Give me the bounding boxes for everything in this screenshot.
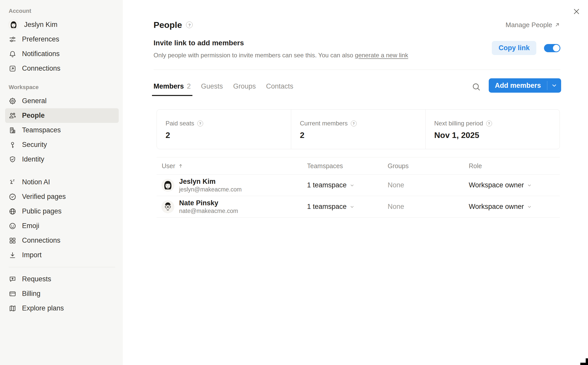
tab-guests[interactable]: Guests (201, 82, 223, 96)
member-name: Nate Pinsky (179, 199, 238, 207)
sidebar-item-identity[interactable]: Identity (5, 152, 119, 167)
teamspaces-dropdown[interactable]: 1 teamspace (307, 181, 388, 189)
avatar (162, 201, 174, 213)
sidebar-item-workspace-connections[interactable]: Connections (5, 233, 119, 248)
user-avatar (9, 20, 18, 30)
people-settings-panel: People ? Manage People Invite link to ad… (123, 0, 588, 365)
smiley-icon (9, 222, 16, 230)
people-icon (9, 112, 16, 120)
gear-icon (9, 97, 16, 105)
sidebar-item-label: Connections (22, 237, 60, 244)
sidebar-item-label: Public pages (22, 207, 62, 215)
credit-card-icon (9, 290, 16, 298)
sidebar-item-label: Notion AI (22, 178, 50, 186)
groups-value: None (388, 181, 469, 189)
help-icon[interactable]: ? (186, 22, 193, 28)
sidebar-item-label: Teamspaces (22, 126, 61, 134)
chevron-down-icon (527, 182, 532, 188)
sidebar-item-account-user[interactable]: Jeslyn Kim (5, 17, 119, 32)
settings-sidebar: Account Jeslyn Kim Preferences Notificat… (0, 0, 123, 365)
teamspaces-dropdown[interactable]: 1 teamspace (307, 203, 388, 211)
sidebar-item-explore-plans[interactable]: Explore plans (5, 301, 119, 316)
sidebar-item-people[interactable]: People (5, 108, 119, 123)
map-icon (9, 305, 16, 312)
invite-description-text: Only people with permission to invite me… (154, 52, 355, 59)
role-dropdown[interactable]: Workspace owner (469, 181, 560, 189)
stat-label: Current members (300, 120, 348, 127)
sidebar-item-label: Notifications (22, 50, 60, 58)
invite-link-toggle[interactable] (544, 44, 560, 52)
sidebar-item-emoji[interactable]: Emoji (5, 219, 119, 233)
tab-members[interactable]: Members2 (154, 82, 191, 96)
sidebar-item-label: Requests (22, 275, 51, 283)
building-icon (9, 126, 16, 134)
sidebar-item-account-connections[interactable]: Connections (5, 61, 119, 76)
sidebar-item-import[interactable]: Import (5, 248, 119, 262)
stat-paid-seats: Paid seats? 2 (157, 110, 291, 149)
sidebar-item-general[interactable]: General (5, 94, 119, 108)
add-members-label: Add members (489, 78, 547, 93)
sidebar-item-security[interactable]: Security (5, 137, 119, 152)
sidebar-item-notion-ai[interactable]: Notion AI (5, 175, 119, 189)
sidebar-item-label: Identity (22, 155, 44, 163)
tab-groups[interactable]: Groups (233, 82, 256, 96)
member-email: nate@makeacme.com (179, 208, 238, 214)
sidebar-item-billing[interactable]: Billing (5, 286, 119, 301)
tab-members-label: Members (154, 82, 184, 90)
sidebar-item-teamspaces[interactable]: Teamspaces (5, 123, 119, 137)
key-icon (9, 141, 16, 149)
role-value: Workspace owner (469, 203, 524, 211)
page-header: People ? Manage People (154, 19, 560, 31)
sidebar-item-preferences[interactable]: Preferences (5, 32, 119, 47)
manage-people-label: Manage People (506, 21, 552, 29)
sidebar-divider (9, 267, 115, 267)
manage-people-link[interactable]: Manage People (506, 21, 560, 29)
close-icon[interactable] (573, 8, 580, 15)
arrow-up-right-icon (554, 22, 560, 28)
invite-description: Only people with permission to invite me… (154, 52, 408, 59)
sidebar-item-label: General (22, 97, 47, 105)
request-bubble-icon (9, 275, 16, 283)
stat-label: Paid seats (166, 120, 194, 127)
generate-new-link[interactable]: generate a new link (355, 52, 408, 59)
sidebar-section-account: Account (5, 8, 119, 14)
sidebar-item-notifications[interactable]: Notifications (5, 47, 119, 61)
help-icon[interactable]: ? (486, 121, 492, 126)
sidebar-item-requests[interactable]: Requests (5, 272, 119, 286)
tab-contacts[interactable]: Contacts (266, 82, 293, 96)
sidebar-item-verified-pages[interactable]: Verified pages (5, 189, 119, 204)
billing-stats-card: Paid seats? 2 Current members? 2 Next bi… (157, 109, 560, 149)
toggle-knob (553, 45, 560, 51)
chevron-down-icon[interactable] (547, 78, 561, 93)
sidebar-item-label: Import (22, 251, 42, 259)
sidebar-item-label: People (22, 112, 45, 120)
section-divider (154, 70, 560, 70)
groups-value: None (388, 203, 469, 211)
bell-icon (9, 50, 16, 58)
sidebar-item-label: Billing (22, 290, 40, 298)
sidebar-item-label: Explore plans (22, 304, 64, 312)
page-title: People (154, 20, 182, 30)
column-header-user[interactable]: User (162, 162, 307, 170)
notion-ai-face-icon (9, 178, 16, 186)
teamspaces-value: 1 teamspace (307, 181, 347, 189)
help-icon[interactable]: ? (197, 121, 203, 126)
column-label: User (162, 162, 175, 170)
search-icon[interactable] (471, 82, 482, 92)
add-members-button[interactable]: Add members (489, 78, 561, 93)
sidebar-section-workspace: Workspace (5, 84, 119, 91)
sidebar-item-label: Verified pages (22, 193, 66, 201)
help-icon[interactable]: ? (351, 121, 357, 126)
role-dropdown[interactable]: Workspace owner (469, 203, 560, 211)
sidebar-item-label: Security (22, 141, 47, 149)
sidebar-item-label: Preferences (22, 35, 59, 43)
sidebar-item-public-pages[interactable]: Public pages (5, 204, 119, 219)
member-name: Jeslyn Kim (179, 178, 242, 185)
column-header-teamspaces: Teamspaces (307, 162, 388, 170)
verified-badge-icon (9, 193, 16, 201)
chevron-down-icon (349, 204, 355, 210)
copy-link-button[interactable]: Copy link (492, 41, 536, 55)
globe-icon (9, 208, 16, 215)
stat-value: 2 (166, 131, 291, 140)
sidebar-item-label: Emoji (22, 222, 39, 230)
